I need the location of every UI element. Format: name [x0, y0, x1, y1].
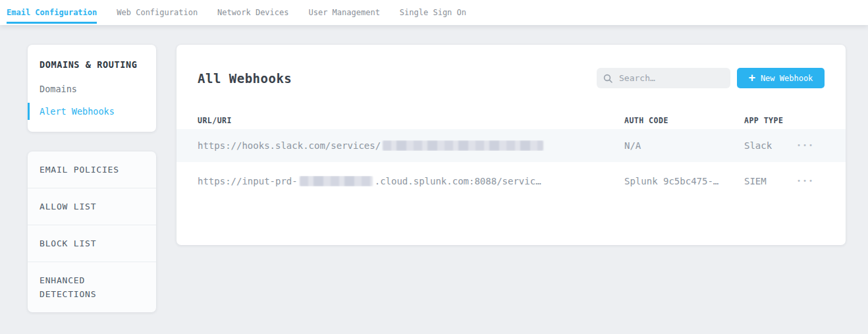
tab-user-management[interactable]: User Management — [308, 0, 379, 25]
auth-code-cell: Splunk 9c5bc475-… — [624, 176, 744, 186]
sidebar-item-block-list[interactable]: BLOCK LIST — [28, 225, 156, 262]
sidebar-item-domains[interactable]: Domains — [40, 78, 144, 100]
new-webhook-button-label: New Webhook — [761, 74, 813, 83]
ellipsis-icon: ••• — [797, 142, 815, 149]
sidebar: DOMAINS & ROUTING Domains Alert Webhooks… — [28, 45, 156, 312]
sidebar-item-allow-list[interactable]: ALLOW LIST — [28, 188, 156, 225]
table-row: https://input-prd- .cloud.splunk.com:808… — [176, 162, 846, 200]
webhook-url-cell: https://hooks.slack.com/services/ — [198, 140, 624, 151]
domains-routing-card: DOMAINS & ROUTING Domains Alert Webhooks — [28, 45, 156, 132]
top-nav: Email Configuration Web Configuration Ne… — [0, 0, 868, 25]
column-header-app-type: APP TYPE — [744, 116, 797, 125]
row-menu-button[interactable]: ••• — [797, 178, 825, 184]
page-title: All Webhooks — [198, 71, 292, 86]
tab-single-sign-on[interactable]: Single Sign On — [400, 0, 466, 25]
plus-icon: + — [749, 72, 755, 84]
tab-web-configuration[interactable]: Web Configuration — [117, 0, 198, 25]
panel-header: All Webhooks + New Webhook — [176, 45, 846, 88]
tab-email-configuration[interactable]: Email Configuration — [7, 0, 97, 25]
domains-routing-heading: DOMAINS & ROUTING — [40, 59, 144, 70]
header-actions: + New Webhook — [597, 68, 825, 88]
tab-network-devices[interactable]: Network Devices — [217, 0, 288, 25]
column-header-auth-code: AUTH CODE — [624, 116, 744, 125]
redacted-url-segment — [300, 176, 373, 186]
webhook-url-text: https://input-prd- — [198, 176, 298, 186]
new-webhook-button[interactable]: + New Webhook — [737, 68, 825, 88]
row-menu-button[interactable]: ••• — [797, 142, 825, 149]
policies-card: EMAIL POLICIES ALLOW LIST BLOCK LIST ENH… — [28, 152, 156, 312]
ellipsis-icon: ••• — [797, 177, 815, 184]
app-type-cell: SIEM — [744, 176, 797, 186]
webhooks-panel: All Webhooks + New Webhook URL/URI AUTH … — [176, 45, 846, 245]
table-header-row: URL/URI AUTH CODE APP TYPE — [176, 109, 846, 129]
sidebar-item-email-policies[interactable]: EMAIL POLICIES — [28, 152, 156, 188]
app-type-cell: Slack — [744, 140, 797, 151]
webhook-url-text: https://hooks.slack.com/services/ — [198, 140, 381, 151]
search-input[interactable] — [618, 72, 724, 84]
column-header-url: URL/URI — [198, 116, 624, 125]
search-box — [597, 68, 730, 88]
redacted-url-segment — [383, 140, 543, 151]
sidebar-item-enhanced-detections[interactable]: ENHANCED DETECTIONS — [28, 262, 156, 312]
sidebar-item-alert-webhooks[interactable]: Alert Webhooks — [40, 100, 144, 123]
search-icon — [603, 74, 612, 83]
table-row: https://hooks.slack.com/services/ N/A Sl… — [176, 129, 846, 162]
auth-code-cell: N/A — [624, 140, 744, 151]
webhook-url-cell: https://input-prd- .cloud.splunk.com:808… — [198, 176, 624, 186]
webhook-url-text: .cloud.splunk.com:8088/servic… — [375, 176, 541, 186]
